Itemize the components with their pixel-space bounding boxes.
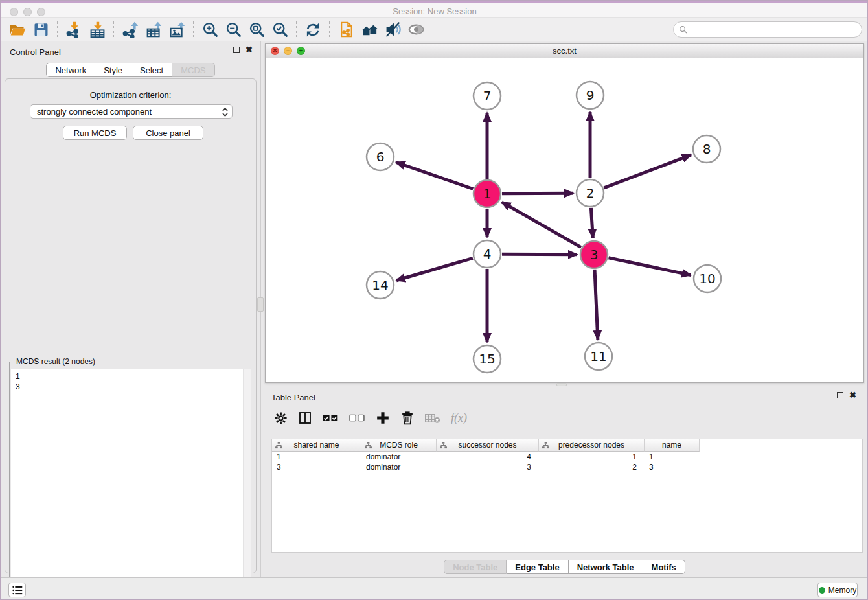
graph-node-7[interactable]: 7 (474, 82, 501, 110)
tab-style[interactable]: Style (95, 63, 131, 77)
graph-edge-1-6[interactable] (396, 162, 474, 189)
float-table-panel-icon[interactable] (837, 392, 843, 398)
search-input[interactable] (691, 25, 862, 34)
deselect-all-button[interactable] (349, 413, 365, 423)
graph-node-6[interactable]: 6 (367, 143, 394, 170)
tab-network[interactable]: Network (46, 63, 95, 77)
table-cell[interactable]: dominator (361, 462, 437, 472)
table-cell[interactable]: 1 (539, 452, 645, 462)
column-header-label: successor nodes (458, 441, 516, 450)
table-row[interactable]: 1dominator411 (272, 452, 862, 462)
optimization-criterion-select[interactable]: strongly connected component (30, 104, 233, 119)
delete-columns-button[interactable] (401, 411, 414, 425)
table-cell[interactable]: 3 (437, 462, 539, 472)
add-column-button[interactable] (376, 411, 390, 425)
tab-network-table[interactable]: Network Table (569, 560, 643, 574)
graph-edge-3-1[interactable] (502, 202, 581, 248)
run-mcds-button[interactable]: Run MCDS (63, 126, 127, 140)
graph-edge-4-14[interactable] (396, 258, 473, 280)
table-panel: Table Panel ✖ (265, 387, 864, 576)
vertical-splitter-handle[interactable] (257, 297, 264, 312)
graph-edge-2-3[interactable] (591, 208, 593, 238)
select-all-icon (323, 413, 338, 423)
table-cell[interactable]: 3 (272, 462, 361, 472)
graph-node-9[interactable]: 9 (577, 82, 604, 109)
table-cell[interactable]: 1 (645, 452, 700, 462)
table-cell[interactable]: 3 (645, 462, 700, 472)
close-panel-button[interactable]: Close panel (133, 126, 203, 140)
close-table-panel-icon[interactable]: ✖ (849, 392, 856, 398)
column-header-predecessor-nodes[interactable]: predecessor nodes (539, 439, 645, 452)
column-header-name[interactable]: name (645, 439, 700, 452)
table-settings-button[interactable] (274, 411, 288, 425)
import-network-button[interactable] (62, 19, 86, 40)
function-builder-button[interactable]: f(x) (451, 411, 467, 425)
delete-table-button[interactable] (425, 413, 440, 424)
open-session-button[interactable] (6, 19, 29, 40)
graph-edge-2-8[interactable] (604, 155, 691, 188)
graph-node-8[interactable]: 8 (693, 135, 720, 163)
announcements-button[interactable] (381, 19, 404, 40)
table-cell[interactable]: 4 (437, 452, 539, 462)
float-panel-icon[interactable] (233, 47, 240, 53)
network-canvas[interactable]: 7968124314101511 (266, 58, 863, 382)
memory-button[interactable]: Memory (817, 583, 858, 597)
table-cell[interactable]: 1 (272, 452, 361, 462)
export-table-button[interactable] (142, 19, 165, 40)
graph-node-3[interactable]: 3 (580, 241, 608, 268)
table-cell[interactable]: dominator (361, 452, 437, 462)
search-field[interactable] (673, 21, 862, 38)
tab-select[interactable]: Select (131, 63, 172, 77)
tab-mcds[interactable]: MCDS (172, 63, 214, 77)
export-table-icon (145, 21, 163, 38)
save-session-button[interactable] (29, 19, 52, 40)
column-header-mcds-role[interactable]: MCDS role (361, 439, 437, 452)
table-header-row: shared nameMCDS rolesuccessor nodesprede… (272, 439, 862, 452)
network-file-button[interactable] (334, 19, 358, 40)
zoom-selected-button[interactable] (268, 19, 291, 40)
tab-node-table[interactable]: Node Table (444, 560, 507, 574)
network-window-titlebar[interactable]: ✕ − + scc.txt (266, 44, 863, 58)
column-header-successor-nodes[interactable]: successor nodes (437, 439, 539, 452)
task-history-button[interactable] (8, 583, 26, 597)
graph-edge-3-11[interactable] (595, 270, 598, 340)
table-cell[interactable]: 2 (539, 462, 645, 472)
zoom-in-icon (201, 21, 219, 38)
result-scrollbar[interactable] (243, 369, 251, 600)
graph-edge-1-2[interactable] (502, 193, 573, 194)
zoom-in-button[interactable] (198, 19, 222, 40)
refresh-button[interactable] (301, 19, 325, 40)
zoom-fit-icon (248, 21, 266, 38)
megaphone-icon (384, 21, 402, 38)
export-image-button[interactable] (165, 19, 188, 40)
zoom-out-button[interactable] (222, 19, 245, 40)
column-header-shared-name[interactable]: shared name (272, 439, 361, 452)
graph-node-2[interactable]: 2 (577, 179, 604, 207)
select-all-button[interactable] (323, 413, 338, 423)
network-window-title: scc.txt (266, 46, 863, 56)
graph-node-10[interactable]: 10 (694, 265, 721, 292)
tab-motifs[interactable]: Motifs (643, 560, 685, 574)
horizontal-splitter-handle[interactable] (556, 383, 567, 386)
export-image-icon (168, 21, 186, 38)
eye-button[interactable] (404, 19, 428, 40)
graph-node-11[interactable]: 11 (585, 343, 612, 370)
cyndex-home-button[interactable] (358, 19, 381, 40)
table-row[interactable]: 3dominator323 (272, 462, 862, 472)
close-panel-icon[interactable]: ✖ (246, 47, 253, 53)
delete-table-icon (425, 413, 440, 424)
toolbar-separator (193, 21, 194, 38)
export-network-button[interactable] (119, 19, 142, 40)
table-split-view-button[interactable] (299, 411, 312, 424)
graph-node-1[interactable]: 1 (474, 180, 501, 207)
graph-node-4[interactable]: 4 (474, 240, 501, 268)
graph-node-14[interactable]: 14 (367, 271, 394, 299)
graph-node-15[interactable]: 15 (474, 345, 501, 373)
import-table-button[interactable] (86, 19, 109, 40)
graph-edge-4-3[interactable] (502, 254, 577, 255)
tab-edge-table[interactable]: Edge Table (507, 560, 568, 574)
toolbar-separator (296, 21, 297, 38)
split-view-icon (299, 411, 312, 424)
graph-edge-3-10[interactable] (609, 258, 691, 275)
zoom-fit-button[interactable] (245, 19, 268, 40)
